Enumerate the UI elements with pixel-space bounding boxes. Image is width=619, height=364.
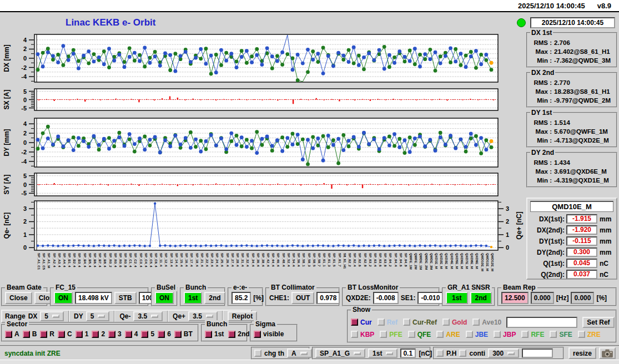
bunch-select-2nd[interactable]: 2nd	[228, 330, 249, 338]
monitor-label: QXD8E_M	[470, 253, 474, 269]
show-sfe[interactable]: SFE	[550, 331, 572, 338]
show-zre[interactable]: ZRE	[578, 331, 601, 338]
sector-a[interactable]: A	[5, 330, 19, 338]
data-point	[224, 147, 228, 151]
fc15-kv-field[interactable]: 18.498 kV	[75, 292, 112, 304]
bunch-2nd-button[interactable]: 2nd	[204, 292, 225, 304]
checkbox[interactable]	[76, 331, 83, 338]
ph-checkbox[interactable]	[436, 350, 444, 357]
ref-file-input[interactable]	[506, 317, 577, 328]
navg-select[interactable]: 300	[488, 348, 519, 358]
sector-items: ABRC123456BT	[5, 330, 193, 338]
stat-group-title: DY 2nd	[530, 149, 555, 156]
show-jbp[interactable]: JBP	[494, 331, 516, 338]
resize-button[interactable]: resize	[568, 347, 596, 359]
che1-out-button[interactable]: OUT	[291, 292, 314, 304]
sector-group: Sector ABRC123456BT	[1, 324, 199, 342]
checkbox[interactable]	[494, 331, 501, 338]
data-point	[362, 55, 366, 59]
checkbox[interactable]	[108, 331, 115, 338]
data-point	[413, 136, 417, 140]
show-cur[interactable]: Cur	[351, 318, 372, 326]
checkbox[interactable]	[58, 331, 65, 338]
checkbox[interactable]	[380, 331, 387, 338]
range-dx-select[interactable]: 5	[40, 311, 64, 321]
checkbox[interactable]	[40, 331, 47, 338]
show-group: Show CurRefCur-RefGoldAve10 Set Ref KBPP…	[347, 310, 617, 343]
range-dy-select[interactable]: 5	[86, 311, 110, 321]
sector-3[interactable]: 3	[108, 330, 122, 338]
gr-a1-1st-button[interactable]: 1st	[446, 292, 468, 304]
threshold-input[interactable]	[400, 348, 416, 358]
sigma-visible[interactable]: visible	[254, 330, 284, 338]
sector-b[interactable]: B	[23, 330, 37, 338]
monitor-label: SP_A4_4	[63, 253, 66, 267]
show-gold[interactable]: Gold	[442, 318, 467, 326]
checkbox[interactable]	[158, 331, 165, 338]
bunch-order-select[interactable]: 1st	[368, 348, 397, 358]
sector-4[interactable]: 4	[125, 330, 138, 338]
show-kbp[interactable]: KBP	[351, 331, 374, 338]
sector-6[interactable]: 6	[158, 330, 171, 338]
checkbox[interactable]	[205, 331, 212, 338]
beam-gate-close-1-button[interactable]: Close	[5, 292, 32, 304]
checkbox[interactable]	[378, 318, 385, 326]
tick-label: 3	[23, 205, 27, 212]
checkbox[interactable]	[550, 331, 557, 338]
sector-5[interactable]: 5	[141, 330, 154, 338]
bar	[293, 184, 294, 185]
show-ave10[interactable]: Ave10	[472, 318, 501, 326]
checkbox[interactable]	[403, 318, 410, 326]
replot-button[interactable]: Replot	[228, 311, 257, 321]
data-point	[103, 245, 105, 247]
checkbox[interactable]	[174, 331, 182, 338]
bar	[462, 100, 463, 100]
show-ref[interactable]: Ref	[378, 318, 397, 326]
show-cur-ref[interactable]: Cur-Ref	[403, 318, 437, 326]
checkbox[interactable]	[92, 331, 99, 338]
bunch-select-1st[interactable]: 1st	[205, 330, 224, 338]
sector-r[interactable]: R	[40, 330, 54, 338]
checkbox[interactable]	[254, 331, 261, 338]
show-rfe[interactable]: RFE	[521, 331, 544, 338]
sector-c[interactable]: C	[58, 330, 72, 338]
extra-input[interactable]	[522, 348, 553, 358]
show-are[interactable]: ARE	[436, 331, 460, 338]
checkbox[interactable]	[472, 318, 480, 326]
range-qem-select[interactable]: 3.5	[133, 311, 163, 321]
checkbox[interactable]	[466, 331, 473, 338]
checkbox-label: 1	[85, 330, 89, 338]
checkbox[interactable]	[141, 331, 148, 338]
checkbox[interactable]	[5, 331, 12, 338]
sector-1[interactable]: 1	[76, 330, 89, 338]
checkbox[interactable]	[521, 331, 529, 338]
show-jbe[interactable]: JBE	[466, 331, 488, 338]
checkbox[interactable]	[436, 331, 444, 338]
checkbox[interactable]	[442, 318, 450, 326]
checkbox[interactable]	[578, 331, 585, 338]
conti-checkbox[interactable]	[459, 350, 466, 357]
busel-on-button[interactable]: ON	[155, 292, 174, 304]
screenshot-button[interactable]	[599, 347, 616, 359]
checkbox[interactable]	[408, 331, 415, 338]
checkbox[interactable]	[23, 331, 30, 338]
sector-bt[interactable]: BT	[174, 330, 193, 338]
set-ref-button[interactable]: Set Ref	[582, 317, 614, 328]
bar	[354, 184, 355, 184]
checkbox[interactable]	[228, 331, 235, 338]
chg-th-checkbox[interactable]	[254, 350, 261, 357]
gr-a1-2nd-button[interactable]: 2nd	[470, 292, 492, 304]
show-pfe[interactable]: PFE	[380, 331, 402, 338]
monitor-label: SP_54_4	[292, 253, 295, 267]
data-point	[490, 246, 492, 248]
checkbox[interactable]	[125, 331, 132, 338]
sector-2[interactable]: 2	[92, 330, 105, 338]
bunch-1st-button[interactable]: 1st	[184, 292, 202, 304]
fc15-on-button[interactable]: ON	[54, 292, 73, 304]
chg-th-select[interactable]: A	[287, 348, 312, 358]
show-qfe[interactable]: QFE	[408, 331, 431, 338]
fc15-stb-button[interactable]: STB	[114, 292, 137, 304]
checkbox[interactable]	[351, 331, 358, 338]
sp-monitor-select[interactable]: SP_A1_G	[315, 348, 365, 358]
checkbox[interactable]	[351, 318, 358, 326]
